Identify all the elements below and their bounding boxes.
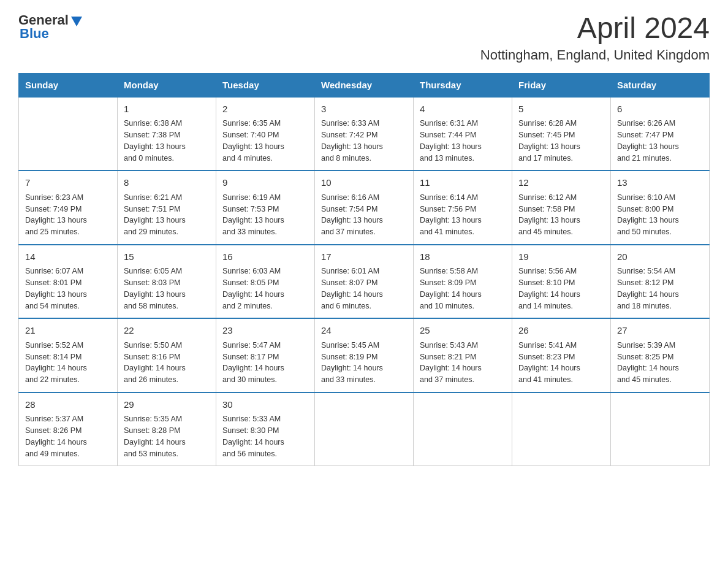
day-info: Sunrise: 5:54 AM Sunset: 8:12 PM Dayligh… — [617, 266, 703, 312]
calendar-day-header: Thursday — [414, 73, 512, 97]
calendar-cell: 29Sunrise: 5:35 AM Sunset: 8:28 PM Dayli… — [118, 393, 216, 466]
day-info: Sunrise: 5:45 AM Sunset: 8:19 PM Dayligh… — [321, 340, 407, 386]
calendar-week-row: 7Sunrise: 6:23 AM Sunset: 7:49 PM Daylig… — [19, 170, 710, 245]
day-number: 4 — [420, 102, 506, 117]
title-block: April 2024 Nottingham, England, United K… — [480, 12, 710, 63]
calendar-cell: 1Sunrise: 6:38 AM Sunset: 7:38 PM Daylig… — [118, 97, 216, 171]
day-info: Sunrise: 5:41 AM Sunset: 8:23 PM Dayligh… — [518, 340, 604, 386]
calendar-cell: 5Sunrise: 6:28 AM Sunset: 7:45 PM Daylig… — [512, 97, 611, 171]
day-number: 30 — [222, 398, 308, 412]
calendar-cell: 24Sunrise: 5:45 AM Sunset: 8:19 PM Dayli… — [315, 318, 414, 393]
day-number: 6 — [617, 102, 703, 117]
calendar-cell: 13Sunrise: 6:10 AM Sunset: 8:00 PM Dayli… — [611, 170, 710, 245]
day-info: Sunrise: 6:01 AM Sunset: 8:07 PM Dayligh… — [321, 266, 407, 312]
day-number: 27 — [617, 324, 703, 338]
day-info: Sunrise: 6:21 AM Sunset: 7:51 PM Dayligh… — [124, 192, 210, 238]
calendar-cell: 14Sunrise: 6:07 AM Sunset: 8:01 PM Dayli… — [19, 245, 118, 319]
calendar-day-header: Wednesday — [315, 73, 414, 97]
calendar-day-header: Tuesday — [216, 73, 315, 97]
calendar-table: SundayMondayTuesdayWednesdayThursdayFrid… — [18, 73, 710, 467]
calendar-cell: 6Sunrise: 6:26 AM Sunset: 7:47 PM Daylig… — [611, 97, 710, 171]
day-info: Sunrise: 5:56 AM Sunset: 8:10 PM Dayligh… — [518, 266, 604, 312]
calendar-cell: 11Sunrise: 6:14 AM Sunset: 7:56 PM Dayli… — [414, 170, 512, 245]
calendar-cell: 10Sunrise: 6:16 AM Sunset: 7:54 PM Dayli… — [315, 170, 414, 245]
day-number: 2 — [222, 102, 308, 117]
day-number: 28 — [25, 398, 111, 412]
calendar-cell: 23Sunrise: 5:47 AM Sunset: 8:17 PM Dayli… — [216, 318, 315, 393]
day-number: 8 — [124, 176, 210, 190]
calendar-cell: 12Sunrise: 6:12 AM Sunset: 7:58 PM Dayli… — [512, 170, 611, 245]
calendar-week-row: 14Sunrise: 6:07 AM Sunset: 8:01 PM Dayli… — [19, 245, 710, 319]
day-info: Sunrise: 5:39 AM Sunset: 8:25 PM Dayligh… — [617, 340, 703, 386]
day-info: Sunrise: 6:28 AM Sunset: 7:45 PM Dayligh… — [518, 118, 604, 164]
day-number: 18 — [420, 250, 506, 264]
calendar-header-row: SundayMondayTuesdayWednesdayThursdayFrid… — [19, 73, 710, 97]
calendar-cell — [19, 97, 118, 171]
day-number: 3 — [321, 102, 407, 117]
day-info: Sunrise: 6:33 AM Sunset: 7:42 PM Dayligh… — [321, 118, 407, 164]
day-number: 22 — [124, 324, 210, 338]
day-number: 7 — [25, 176, 111, 190]
calendar-cell: 27Sunrise: 5:39 AM Sunset: 8:25 PM Dayli… — [611, 318, 710, 393]
page-header: General Blue April 2024 Nottingham, Engl… — [18, 12, 710, 63]
day-info: Sunrise: 6:16 AM Sunset: 7:54 PM Dayligh… — [321, 192, 407, 238]
calendar-cell: 22Sunrise: 5:50 AM Sunset: 8:16 PM Dayli… — [118, 318, 216, 393]
day-info: Sunrise: 6:26 AM Sunset: 7:47 PM Dayligh… — [617, 118, 703, 164]
logo-text-blue: Blue — [20, 26, 49, 42]
calendar-week-row: 1Sunrise: 6:38 AM Sunset: 7:38 PM Daylig… — [19, 97, 710, 171]
day-info: Sunrise: 6:31 AM Sunset: 7:44 PM Dayligh… — [420, 118, 506, 164]
day-info: Sunrise: 5:52 AM Sunset: 8:14 PM Dayligh… — [25, 340, 111, 386]
calendar-cell: 28Sunrise: 5:37 AM Sunset: 8:26 PM Dayli… — [19, 393, 118, 466]
calendar-week-row: 21Sunrise: 5:52 AM Sunset: 8:14 PM Dayli… — [19, 318, 710, 393]
calendar-cell — [315, 393, 414, 466]
calendar-cell: 8Sunrise: 6:21 AM Sunset: 7:51 PM Daylig… — [118, 170, 216, 245]
day-info: Sunrise: 5:47 AM Sunset: 8:17 PM Dayligh… — [222, 340, 308, 386]
logo: General Blue — [18, 12, 83, 42]
day-info: Sunrise: 6:35 AM Sunset: 7:40 PM Dayligh… — [222, 118, 308, 164]
calendar-cell: 9Sunrise: 6:19 AM Sunset: 7:53 PM Daylig… — [216, 170, 315, 245]
day-number: 20 — [617, 250, 703, 264]
logo-triangle-icon — [70, 14, 83, 28]
day-info: Sunrise: 5:35 AM Sunset: 8:28 PM Dayligh… — [124, 413, 210, 459]
day-info: Sunrise: 5:43 AM Sunset: 8:21 PM Dayligh… — [420, 340, 506, 386]
calendar-cell: 15Sunrise: 6:05 AM Sunset: 8:03 PM Dayli… — [118, 245, 216, 319]
day-info: Sunrise: 6:38 AM Sunset: 7:38 PM Dayligh… — [124, 118, 210, 164]
day-info: Sunrise: 6:10 AM Sunset: 8:00 PM Dayligh… — [617, 192, 703, 238]
day-info: Sunrise: 5:37 AM Sunset: 8:26 PM Dayligh… — [25, 413, 111, 459]
calendar-day-header: Sunday — [19, 73, 118, 97]
day-info: Sunrise: 5:58 AM Sunset: 8:09 PM Dayligh… — [420, 266, 506, 312]
day-number: 29 — [124, 398, 210, 412]
calendar-cell: 7Sunrise: 6:23 AM Sunset: 7:49 PM Daylig… — [19, 170, 118, 245]
day-number: 16 — [222, 250, 308, 264]
calendar-cell: 16Sunrise: 6:03 AM Sunset: 8:05 PM Dayli… — [216, 245, 315, 319]
day-number: 17 — [321, 250, 407, 264]
day-number: 15 — [124, 250, 210, 264]
calendar-cell — [611, 393, 710, 466]
day-number: 21 — [25, 324, 111, 338]
day-number: 5 — [518, 102, 604, 117]
day-info: Sunrise: 5:50 AM Sunset: 8:16 PM Dayligh… — [124, 340, 210, 386]
day-number: 12 — [518, 176, 604, 190]
day-info: Sunrise: 6:03 AM Sunset: 8:05 PM Dayligh… — [222, 266, 308, 312]
day-info: Sunrise: 5:33 AM Sunset: 8:30 PM Dayligh… — [222, 413, 308, 459]
day-info: Sunrise: 6:19 AM Sunset: 7:53 PM Dayligh… — [222, 192, 308, 238]
day-info: Sunrise: 6:07 AM Sunset: 8:01 PM Dayligh… — [25, 266, 111, 312]
calendar-cell: 2Sunrise: 6:35 AM Sunset: 7:40 PM Daylig… — [216, 97, 315, 171]
calendar-cell: 21Sunrise: 5:52 AM Sunset: 8:14 PM Dayli… — [19, 318, 118, 393]
calendar-cell: 19Sunrise: 5:56 AM Sunset: 8:10 PM Dayli… — [512, 245, 611, 319]
day-info: Sunrise: 6:14 AM Sunset: 7:56 PM Dayligh… — [420, 192, 506, 238]
day-number: 14 — [25, 250, 111, 264]
day-number: 23 — [222, 324, 308, 338]
day-info: Sunrise: 6:05 AM Sunset: 8:03 PM Dayligh… — [124, 266, 210, 312]
calendar-cell: 20Sunrise: 5:54 AM Sunset: 8:12 PM Dayli… — [611, 245, 710, 319]
calendar-cell — [414, 393, 512, 466]
page-subtitle: Nottingham, England, United Kingdom — [480, 47, 710, 63]
calendar-cell: 26Sunrise: 5:41 AM Sunset: 8:23 PM Dayli… — [512, 318, 611, 393]
calendar-cell: 25Sunrise: 5:43 AM Sunset: 8:21 PM Dayli… — [414, 318, 512, 393]
day-info: Sunrise: 6:12 AM Sunset: 7:58 PM Dayligh… — [518, 192, 604, 238]
calendar-week-row: 28Sunrise: 5:37 AM Sunset: 8:26 PM Dayli… — [19, 393, 710, 466]
svg-marker-0 — [71, 17, 82, 26]
day-number: 13 — [617, 176, 703, 190]
day-number: 9 — [222, 176, 308, 190]
day-info: Sunrise: 6:23 AM Sunset: 7:49 PM Dayligh… — [25, 192, 111, 238]
